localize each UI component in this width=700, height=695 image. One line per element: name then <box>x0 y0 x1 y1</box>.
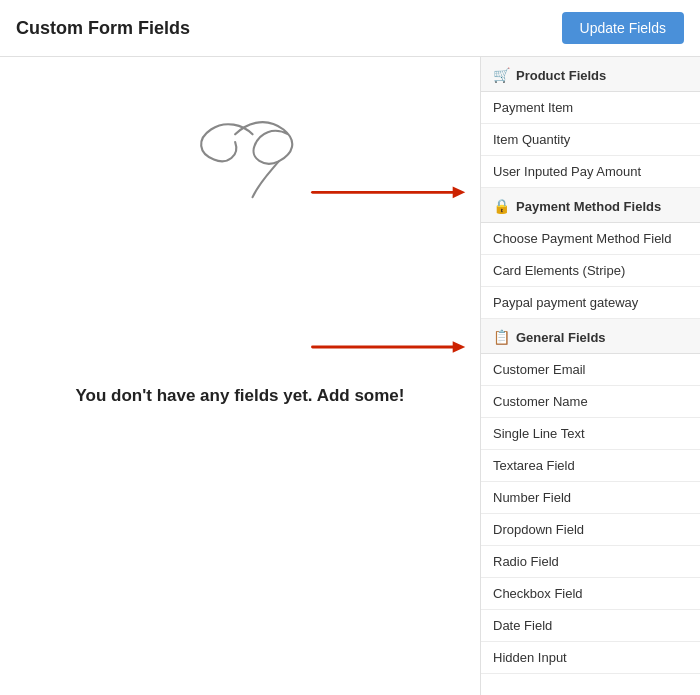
product-fields-icon: 🛒 <box>493 67 510 83</box>
payment-method-field-item-2[interactable]: Paypal payment gateway <box>481 287 700 319</box>
svg-marker-3 <box>453 341 466 353</box>
product-field-item-2[interactable]: User Inputed Pay Amount <box>481 156 700 188</box>
product-field-item-0[interactable]: Payment Item <box>481 92 700 124</box>
arrows-container <box>0 57 480 695</box>
left-panel: You don't have any fields yet. Add some! <box>0 57 480 695</box>
right-panel: 🛒 Product Fields Payment ItemItem Quanti… <box>480 57 700 695</box>
main-content: You don't have any fields yet. Add some!… <box>0 57 700 695</box>
general-fields-icon: 📋 <box>493 329 510 345</box>
general-field-item-0[interactable]: Customer Email <box>481 354 700 386</box>
general-field-item-8[interactable]: Date Field <box>481 610 700 642</box>
general-field-item-1[interactable]: Customer Name <box>481 386 700 418</box>
payment-method-list: Choose Payment Method FieldCard Elements… <box>481 223 700 319</box>
update-fields-button[interactable]: Update Fields <box>562 12 684 44</box>
page-title: Custom Form Fields <box>16 18 190 39</box>
general-fields-header: 📋 General Fields <box>481 319 700 354</box>
arrow-general-fields <box>313 341 466 353</box>
payment-method-field-item-1[interactable]: Card Elements (Stripe) <box>481 255 700 287</box>
general-field-item-4[interactable]: Number Field <box>481 482 700 514</box>
empty-state-message: You don't have any fields yet. Add some! <box>76 386 405 406</box>
page-header: Custom Form Fields Update Fields <box>0 0 700 57</box>
svg-marker-1 <box>453 187 466 199</box>
annotation-svg <box>0 57 480 695</box>
arrow-payment-method <box>313 187 466 199</box>
general-field-item-6[interactable]: Radio Field <box>481 546 700 578</box>
product-fields-list: Payment ItemItem QuantityUser Inputed Pa… <box>481 92 700 188</box>
general-field-item-2[interactable]: Single Line Text <box>481 418 700 450</box>
payment-method-header: 🔒 Payment Method Fields <box>481 188 700 223</box>
product-fields-label: Product Fields <box>516 68 606 83</box>
payment-method-icon: 🔒 <box>493 198 510 214</box>
general-field-item-3[interactable]: Textarea Field <box>481 450 700 482</box>
payment-method-field-item-0[interactable]: Choose Payment Method Field <box>481 223 700 255</box>
product-fields-header: 🛒 Product Fields <box>481 57 700 92</box>
general-fields-label: General Fields <box>516 330 606 345</box>
general-field-item-5[interactable]: Dropdown Field <box>481 514 700 546</box>
general-fields-list: Customer EmailCustomer NameSingle Line T… <box>481 354 700 674</box>
payment-method-label: Payment Method Fields <box>516 199 661 214</box>
product-field-item-1[interactable]: Item Quantity <box>481 124 700 156</box>
general-field-item-7[interactable]: Checkbox Field <box>481 578 700 610</box>
general-field-item-9[interactable]: Hidden Input <box>481 642 700 674</box>
